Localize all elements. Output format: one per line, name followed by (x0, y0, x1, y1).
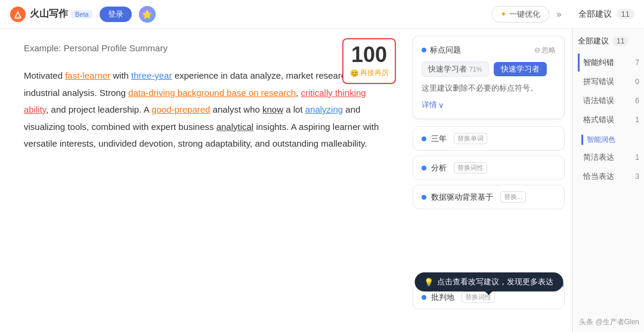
right-header-count: 11 (612, 36, 628, 46)
suggestion-card-header: 标点问题 ⊖ 忽略 (422, 45, 556, 55)
score-label: 😊 再接再厉 (349, 68, 389, 78)
editor-area: Example: Personal Profile Summary Motiva… (0, 29, 405, 332)
highlight-analytical[interactable]: analytical (216, 122, 254, 132)
watermark: 头条 @生产者Glen (579, 317, 639, 327)
suggestion-type-label: 标点问题 (430, 45, 461, 55)
ignore-button[interactable]: ⊖ 忽略 (534, 45, 556, 55)
item-dot (422, 166, 426, 170)
list-item[interactable]: 三年 替换单词 (413, 126, 565, 151)
suggestion-options: 快速学习者 71% 快速学习者 (422, 61, 556, 77)
highlight-know[interactable]: know (262, 104, 283, 114)
item-label: 数据驱动背景基于 (431, 192, 493, 203)
highlight-good-prepared[interactable]: good-prepared (151, 104, 210, 114)
score-card: 100 😊 再接再厉 (342, 38, 396, 84)
right-item-spelling[interactable]: 拼写错误 0 (578, 73, 639, 91)
section-label-polish: 智能润色 (581, 135, 639, 145)
optimize-label: 一键优化 (509, 9, 540, 20)
logo-area: 火山写作 Beta (10, 6, 92, 23)
item-label: 三年 (431, 134, 447, 144)
highlight-data-driving[interactable]: data-driving background base on research (128, 88, 296, 98)
right-item-label: 简洁表达 (583, 152, 614, 163)
svg-point-1 (14, 17, 21, 19)
middle-panel: 标点问题 ⊖ 忽略 快速学习者 71% 快速学习者 这里建议删除不必要的标点符号… (405, 29, 572, 332)
suggestion-description: 这里建议删除不必要的标点符号。 (422, 83, 556, 94)
right-panel: 全部建议 11 智能纠错 7 拼写错误 0 语法错误 6 格式错误 1 智能润色 (572, 29, 644, 332)
suggestions-label: 全部建议 (578, 9, 612, 20)
more-button[interactable]: » (556, 9, 562, 20)
right-item-correction[interactable]: 智能纠错 7 (578, 54, 639, 72)
option-original[interactable]: 快速学习者 71% (422, 61, 489, 77)
option-suggested[interactable]: 快速学习者 (494, 62, 547, 76)
right-item-count: 6 (635, 97, 639, 105)
option-score: 71% (469, 66, 482, 73)
star-icon: ✦ (500, 10, 507, 18)
doc-body: Motivated fast-learner with three-year e… (24, 67, 382, 153)
right-item-count: 1 (635, 116, 639, 124)
right-item-format[interactable]: 格式错误 1 (578, 111, 639, 129)
bottom-dot (422, 295, 426, 300)
right-item-label: 拼写错误 (583, 76, 614, 87)
right-item-concise[interactable]: 简洁表达 1 (578, 148, 639, 166)
suggestion-type: 标点问题 (422, 45, 461, 55)
tooltip-icon: 💡 (424, 278, 434, 287)
tooltip-text: 点击查看改写建议，发现更多表达 (437, 277, 553, 287)
right-item-count: 0 (635, 77, 639, 86)
list-item[interactable]: 数据驱动背景基于 替换... (413, 185, 565, 209)
right-item-label: 语法错误 (583, 95, 614, 106)
detail-button[interactable]: 详情 ∨ (422, 100, 556, 110)
highlight-three-year[interactable]: three-year (131, 70, 172, 80)
right-item-count: 1 (635, 153, 639, 162)
item-dot (422, 136, 426, 141)
tooltip-popup: 💡 点击查看改写建议，发现更多表达 (414, 272, 563, 291)
logo-icon (10, 6, 26, 23)
score-emoji: 😊 (350, 69, 359, 77)
optimize-button[interactable]: ✦ 一键优化 (491, 6, 549, 23)
right-item-label: 智能纠错 (583, 57, 614, 68)
right-header-label: 全部建议 (578, 36, 609, 46)
score-number: 100 (349, 44, 389, 66)
item-dot (422, 195, 426, 200)
right-item-appropriate[interactable]: 恰当表达 3 (578, 167, 639, 185)
doc-title: Example: Personal Profile Summary (24, 43, 382, 53)
right-item-label: 格式错误 (583, 114, 614, 125)
right-panel-header: 全部建议 11 (578, 36, 639, 46)
logo-text: 火山写作 (30, 8, 68, 20)
suggestion-dot (422, 48, 426, 52)
bottom-label: 批判地 (431, 292, 454, 303)
right-item-grammar[interactable]: 语法错误 6 (578, 92, 639, 110)
avatar: 🌟 (139, 6, 156, 23)
suggestions-total-count: 11 (617, 9, 634, 19)
item-tag: 替换单词 (454, 133, 487, 144)
right-item-count: 3 (635, 172, 639, 181)
app-header: 火山写作 Beta 登录 🌟 ✦ 一键优化 » 全部建议 11 (0, 0, 644, 29)
highlight-analyzing[interactable]: analyzing (305, 104, 343, 114)
suggestion-card-punctuation: 标点问题 ⊖ 忽略 快速学习者 71% 快速学习者 这里建议删除不必要的标点符号… (413, 36, 565, 119)
login-button[interactable]: 登录 (100, 7, 132, 22)
suggestions-header: 全部建议 11 (578, 9, 634, 20)
right-item-label: 恰当表达 (583, 171, 614, 182)
item-tag: 替换词性 (454, 162, 487, 173)
main-content: Example: Personal Profile Summary Motiva… (0, 29, 644, 332)
list-item[interactable]: 分析 替换词性 (413, 156, 565, 180)
right-item-count: 7 (635, 58, 639, 67)
beta-badge: Beta (72, 10, 92, 18)
item-label: 分析 (431, 163, 447, 173)
item-tag: 替换... (500, 191, 526, 203)
highlight-fast-learner[interactable]: fast-learner (65, 70, 110, 80)
